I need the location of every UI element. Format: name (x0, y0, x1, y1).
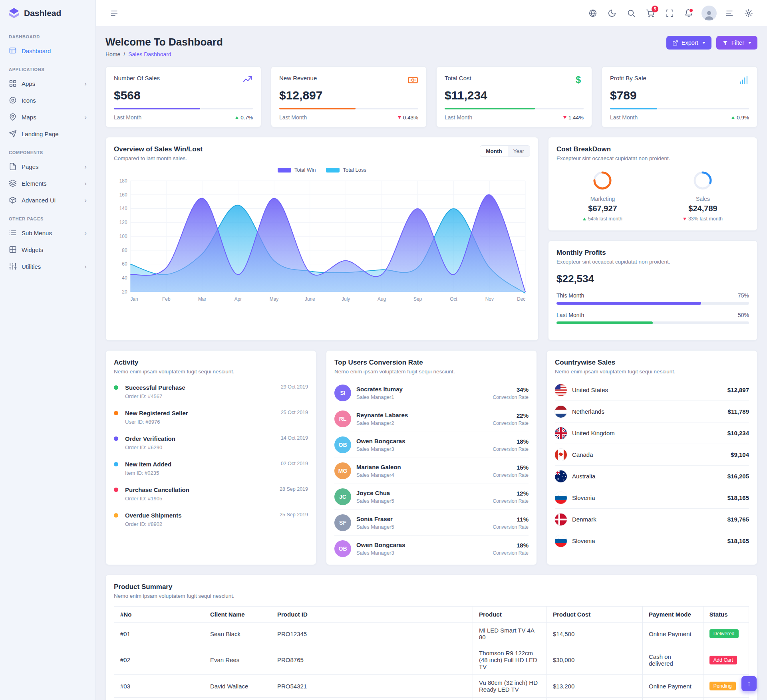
user-role: Sales Manager5 (356, 524, 394, 530)
user-avatar: SI (334, 385, 351, 401)
top-users-card: Top Users Conversion Rate Nemo enim ipsa… (326, 350, 537, 565)
table-header-cell: Client Name (204, 607, 271, 623)
svg-text:Aug: Aug (378, 296, 386, 302)
sidebar-item[interactable]: Apps › (0, 75, 95, 92)
moon-icon[interactable] (604, 5, 620, 21)
country-flag-icon (555, 492, 567, 504)
card-title: Product Summary (114, 583, 749, 591)
sidebar-item[interactable]: Sub Menus › (0, 224, 95, 241)
conversion-rate-label: Conversion Rate (493, 524, 529, 530)
monthly-profit-value: $22,534 (556, 273, 749, 285)
svg-text:120: 120 (119, 220, 127, 225)
conversion-rate-value: 12% (493, 490, 529, 497)
table-header-cell: Product Cost (547, 607, 643, 623)
nav-section: DASHBOARD Dashboard (0, 26, 95, 59)
activity-list: Successful Purchase Order ID: #4567 29 O… (106, 379, 316, 537)
sidebar-item-label: Maps (22, 114, 36, 121)
conversion-rate-label: Conversion Rate (493, 472, 529, 478)
cart-icon[interactable]: 5 (642, 5, 658, 21)
table-row: #03 David Wallace PRO54321 Vu 80cm (32 i… (114, 675, 749, 698)
month-toggle-button[interactable]: Month (480, 146, 507, 157)
cell-no: #01 (114, 623, 204, 645)
user-avatar: JC (334, 488, 351, 505)
sidebar-item-label: Apps (22, 80, 35, 87)
top-user-row: MG Mariane Galeon Sales Manager4 15% Con… (334, 458, 529, 484)
gear-icon[interactable] (741, 5, 757, 21)
svg-text:Apr: Apr (234, 296, 242, 302)
sidebar-item[interactable]: Pages › (0, 158, 95, 175)
country-row: Slovenia $18,165 (555, 530, 749, 551)
conversion-rate-value: 18% (493, 438, 529, 445)
country-sales-value: $10,234 (727, 430, 749, 436)
stat-period: Last Month (445, 114, 472, 121)
stat-card: Total Cost $ $11,234 Last Month 1.44% (436, 66, 592, 127)
page-content: Welcome To Dashboard Home / Sales Dashbo… (96, 26, 767, 700)
nav-items: Dashboard (0, 42, 95, 59)
stat-trend: 0.7% (235, 115, 253, 121)
cell-product-id: PRO8765 (271, 645, 473, 675)
activity-subtext: Order ID: #1905 (125, 496, 189, 502)
fullscreen-icon[interactable] (662, 5, 678, 21)
sidebar-item[interactable]: Elements › (0, 175, 95, 192)
legend-label: Total Win (294, 167, 316, 173)
table-body: #01 Sean Black PRO12345 Mi LED Smart TV … (114, 623, 749, 700)
export-icon (672, 40, 678, 46)
breadcrumb-current: Sales Dashboard (128, 51, 171, 58)
trend-arrow-icon (235, 116, 238, 119)
brand[interactable]: Dashlead (0, 0, 95, 26)
sidebar-item[interactable]: Advanced Ui › (0, 192, 95, 208)
globe-icon[interactable] (585, 5, 601, 21)
sidebar-item[interactable]: Landing Page (0, 125, 95, 142)
countrywise-list: United States $12,897 Netherlands $11,78… (547, 379, 757, 555)
country-name: Slovenia (572, 537, 595, 544)
export-button[interactable]: Export (666, 36, 711, 50)
user-avatar[interactable] (701, 6, 717, 21)
sidebar-item[interactable]: Icons (0, 92, 95, 109)
country-row: Slovenia $18,165 (555, 487, 749, 509)
cell-product-id: PRO97654 (271, 698, 473, 700)
nav-section: COMPONENTS Pages › Elements › (0, 142, 95, 208)
scroll-to-top-button[interactable]: ↑ (741, 676, 757, 691)
cell-product-cost: $13,200 (547, 675, 643, 698)
country-row: Denmark $19,765 (555, 509, 749, 530)
submenus-icon (9, 229, 17, 237)
top-user-row: SF Sonia Fraser Sales Manager5 11% Conve… (334, 510, 529, 536)
topbar-actions: 5 (585, 5, 757, 21)
user-avatar: OB (334, 540, 351, 557)
table-header-cell: Product (473, 607, 547, 623)
activity-title: New Item Added (125, 461, 171, 468)
bell-icon[interactable] (681, 5, 697, 21)
nav-items: Pages › Elements › Advanced Ui › (0, 158, 95, 208)
filter-button[interactable]: Filter (716, 36, 757, 50)
profit-bar-row: This Month75% (556, 292, 749, 305)
sidebar-item[interactable]: Widgets (0, 241, 95, 258)
search-icon[interactable] (623, 5, 639, 21)
stat-label: Number Of Sales (114, 75, 160, 81)
card-title: Monthly Profits (556, 249, 749, 257)
stat-period: Last Month (279, 114, 307, 121)
trend-arrow-icon (398, 116, 401, 119)
user-name: Owen Bongcaras (356, 438, 405, 444)
year-toggle-button[interactable]: Year (508, 146, 530, 157)
sidebar-nav: DASHBOARD Dashboard APPLICATIONS (0, 26, 95, 275)
table-header-cell: Status (703, 607, 749, 623)
stat-value: $12,897 (279, 89, 418, 102)
activity-dot (114, 488, 118, 492)
donut-value: $24,789 (683, 204, 723, 213)
cost-breakdown-item: Marketing $67,927 54% last month (583, 171, 622, 222)
align-lines-icon[interactable] (721, 5, 737, 21)
trend-arrow-icon (583, 218, 586, 220)
cell-product-cost: $14,500 (547, 623, 643, 645)
sidebar-item-label: Dashboard (22, 48, 51, 54)
breadcrumb-home[interactable]: Home (105, 51, 120, 58)
menu-toggle-icon[interactable] (106, 5, 122, 21)
cell-product-id: PRO12345 (271, 623, 473, 645)
sidebar-item[interactable]: Dashboard (0, 42, 95, 59)
sidebar-item[interactable]: Maps › (0, 109, 95, 125)
lists-row: Activity Nemo enim ipsam voluptatem fugi… (105, 350, 757, 565)
sidebar: Dashlead DASHBOARD Dashboard APPLICATION… (0, 0, 96, 700)
chevron-right-icon: › (84, 180, 87, 187)
conversion-rate-value: 11% (493, 516, 529, 523)
sidebar-item[interactable]: Utilities › (0, 258, 95, 275)
svg-text:100: 100 (119, 234, 127, 239)
